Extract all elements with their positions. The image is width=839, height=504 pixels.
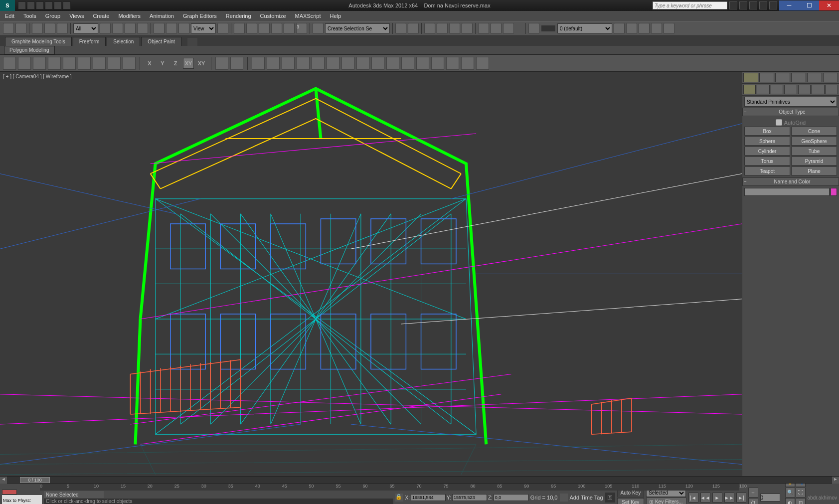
sellayer-icon[interactable] xyxy=(639,23,650,34)
undo-icon[interactable] xyxy=(45,1,53,9)
autogrid-checkbox[interactable] xyxy=(776,119,782,126)
hierarchy-tab-icon[interactable] xyxy=(775,73,790,82)
add-time-tag[interactable]: Add Time Tag xyxy=(570,495,603,501)
material-editor-icon[interactable] xyxy=(462,23,473,34)
project-icon[interactable] xyxy=(63,1,71,9)
rotate-icon[interactable] xyxy=(166,23,177,34)
align-icon[interactable] xyxy=(408,23,419,34)
mt15-icon[interactable] xyxy=(461,57,474,70)
axis-xy[interactable]: XY xyxy=(183,58,194,69)
mt10-icon[interactable] xyxy=(386,57,399,70)
zoom-icon[interactable]: 🔍 xyxy=(785,488,795,498)
mt8-icon[interactable] xyxy=(356,57,369,70)
menu-grapheditors[interactable]: Graph Editors xyxy=(183,13,217,19)
schematic-icon[interactable] xyxy=(449,23,460,34)
edge-icon[interactable] xyxy=(18,57,31,70)
fov-icon[interactable]: ◐ xyxy=(785,498,795,504)
mt4-icon[interactable] xyxy=(297,57,310,70)
frame-slider[interactable]: 0 / 100 xyxy=(20,477,50,483)
app-logo[interactable]: S xyxy=(0,0,15,11)
mt7-icon[interactable] xyxy=(341,57,354,70)
subscription-icon[interactable] xyxy=(739,1,747,9)
tab-freeform[interactable]: Freeform xyxy=(73,37,106,46)
border-icon[interactable] xyxy=(33,57,46,70)
utilities-tab-icon[interactable] xyxy=(823,73,838,82)
move-icon[interactable] xyxy=(154,23,165,34)
redo-icon[interactable] xyxy=(54,1,62,9)
key-icon[interactable]: ⚿ xyxy=(605,493,615,503)
tube-button[interactable]: Tube xyxy=(791,147,837,156)
hidelayer-icon[interactable] xyxy=(664,23,674,34)
select-rect-icon[interactable] xyxy=(125,23,136,34)
quickslice-icon[interactable] xyxy=(215,57,228,70)
layer-toolbar-icon[interactable] xyxy=(528,23,539,34)
mt3-icon[interactable] xyxy=(282,57,295,70)
setkey-button[interactable]: Set Key xyxy=(617,498,645,504)
polygon-modeling-tab[interactable]: Polygon Modeling xyxy=(4,46,55,54)
layers-icon[interactable] xyxy=(424,23,435,34)
render-frame-icon[interactable] xyxy=(491,23,502,34)
cut-icon[interactable] xyxy=(230,57,243,70)
keymode-icon[interactable]: ↔ xyxy=(748,488,758,498)
curve-editor-icon[interactable] xyxy=(437,23,448,34)
selection-filter-dropdown[interactable]: All xyxy=(73,23,98,33)
helpers-icon[interactable] xyxy=(798,85,811,94)
coord-y[interactable] xyxy=(452,494,487,501)
maxscript-listener[interactable]: Max to Physc: xyxy=(2,495,42,504)
mt13-icon[interactable] xyxy=(431,57,444,70)
tab-selection[interactable]: Selection xyxy=(107,37,140,46)
subobj1-icon[interactable] xyxy=(78,57,91,70)
menu-modifiers[interactable]: Modifiers xyxy=(118,13,141,19)
mt2-icon[interactable] xyxy=(267,57,280,70)
favorites-icon[interactable] xyxy=(759,1,767,9)
element-icon[interactable] xyxy=(63,57,76,70)
axis-x[interactable]: X xyxy=(144,58,155,69)
systems-icon[interactable] xyxy=(826,85,838,94)
plane-button[interactable]: Plane xyxy=(791,167,837,175)
prev-key-icon[interactable]: ◄◄ xyxy=(700,493,710,503)
coord-x[interactable] xyxy=(411,494,446,501)
box-button[interactable]: Box xyxy=(744,127,790,136)
scale-icon[interactable] xyxy=(178,23,189,34)
mt1-icon[interactable] xyxy=(252,57,265,70)
timetag-icon[interactable] xyxy=(560,494,568,502)
axis-y[interactable]: Y xyxy=(157,58,168,69)
select-icon[interactable] xyxy=(100,23,111,34)
ribbon-dropdown-icon[interactable] xyxy=(187,38,197,46)
torus-button[interactable]: Torus xyxy=(744,157,790,166)
trackbar-toggle-icon[interactable] xyxy=(2,490,17,495)
axis-xy2[interactable]: XY xyxy=(196,58,207,69)
prev-frame-icon[interactable]: ◄ xyxy=(0,477,7,484)
link-icon[interactable] xyxy=(32,23,43,34)
geosphere-button[interactable]: GeoSphere xyxy=(791,137,837,146)
axis-z[interactable]: Z xyxy=(170,58,181,69)
subobj4-icon[interactable] xyxy=(123,57,136,70)
pivot-icon[interactable] xyxy=(217,23,228,34)
bind-icon[interactable] xyxy=(57,23,68,34)
selection-set-dropdown[interactable]: Create Selection Se xyxy=(325,23,390,33)
goto-start-icon[interactable]: |◄ xyxy=(688,493,698,503)
refcoord-dropdown[interactable]: View xyxy=(191,23,216,33)
mt6-icon[interactable] xyxy=(327,57,339,70)
search-icon[interactable] xyxy=(729,1,737,9)
new-icon[interactable] xyxy=(18,1,26,9)
menu-maxscript[interactable]: MAXScript xyxy=(295,13,321,19)
current-frame-input[interactable] xyxy=(760,494,780,502)
cylinder-button[interactable]: Cylinder xyxy=(744,147,790,156)
newlayer-icon[interactable] xyxy=(614,23,625,34)
lights-icon[interactable] xyxy=(771,85,783,94)
addlayer-icon[interactable] xyxy=(626,23,637,34)
mt5-icon[interactable] xyxy=(312,57,325,70)
window-cross-icon[interactable] xyxy=(137,23,148,34)
next-key-icon[interactable]: ►► xyxy=(724,493,734,503)
close-button[interactable]: ✕ xyxy=(819,0,839,10)
goto-end-icon[interactable]: ►| xyxy=(736,493,746,503)
shapes-icon[interactable] xyxy=(757,85,769,94)
spacewarps-icon[interactable] xyxy=(812,85,824,94)
undo-button[interactable] xyxy=(3,23,14,34)
help-icon[interactable] xyxy=(769,1,777,9)
subobj2-icon[interactable] xyxy=(93,57,106,70)
keyfilters-button[interactable]: ⚿ Key Filters... xyxy=(646,498,686,504)
maximize-button[interactable]: ☐ xyxy=(799,0,819,10)
menu-views[interactable]: Views xyxy=(69,13,84,19)
